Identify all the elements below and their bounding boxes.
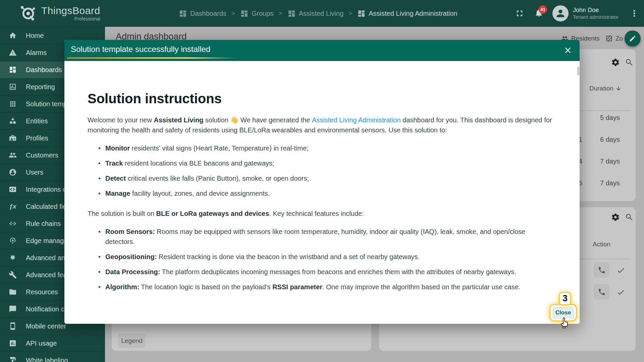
duration-cell: 5 days — [600, 107, 620, 129]
sidebar-item-label: Users — [26, 169, 43, 176]
phone-icon — [598, 288, 606, 296]
call-action-button[interactable] — [594, 284, 609, 300]
home-icon — [9, 32, 17, 40]
close-icon — [563, 46, 573, 55]
dialog-title-underline — [67, 57, 236, 59]
dashboard-icon — [287, 9, 296, 18]
sidebar-item-api-usage[interactable]: API usage — [0, 335, 105, 352]
instruction-item: Room Sensors: Rooms may be equipped with… — [101, 227, 556, 247]
sidebar-item-label: Mobile center — [26, 322, 66, 330]
dashboard-icon — [179, 9, 187, 18]
calculated-fields-icon: ƒx — [9, 202, 17, 210]
user-name: John Doe — [573, 6, 619, 14]
dashboard-link[interactable]: Assisted Living Administration — [312, 116, 401, 124]
zones-icon — [605, 35, 613, 42]
duration-cell: 6 days — [600, 129, 620, 150]
alarms-icon — [9, 49, 17, 57]
gear-icon[interactable] — [611, 213, 620, 222]
sidebar-item-label: Customers — [26, 152, 58, 159]
dialog-header: Solution template successfully installed — [64, 40, 580, 61]
topbar-actions: 41 John Doe Tenant administrator — [515, 0, 639, 27]
sidebar-item-label: Alarms — [26, 49, 47, 57]
dialog-title: Solution template successfully installed — [71, 45, 210, 54]
legend-button[interactable]: Legend — [118, 334, 146, 348]
solution-installed-dialog: Solution template successfully installed… — [64, 40, 580, 324]
breadcrumb-separator: > — [279, 10, 282, 17]
fullscreen-icon[interactable] — [515, 9, 524, 18]
instruction-item: Track resident locations via BLE beacons… — [101, 158, 556, 168]
breadcrumb: Dashboards>Groups>Assisted Living>Assist… — [179, 0, 458, 27]
breadcrumb-item-assisted-living-administration[interactable]: Assisted Living Administration — [357, 9, 458, 18]
avatar[interactable] — [552, 5, 569, 21]
sidebar-item-label: Rule chains — [26, 220, 61, 228]
check-icon[interactable] — [616, 266, 625, 275]
brand-name: ThingsBoard — [41, 5, 100, 16]
usage-list: Monitor residents' vital signs (Heart Ra… — [88, 143, 556, 198]
sidebar-item-label: Entities — [26, 117, 48, 125]
notifications-badge: 41 — [539, 5, 547, 14]
instruction-item: Detect critical events like falls (Panic… — [101, 173, 556, 183]
dashboard-icon — [240, 9, 249, 18]
top-bar: ThingsBoard Professional Dashboards>Grou… — [0, 0, 644, 27]
search-icon[interactable] — [625, 213, 634, 222]
dialog-scrollbar[interactable] — [577, 67, 579, 75]
thingsboard-logo[interactable]: ThingsBoard Professional — [19, 4, 100, 22]
reporting-icon — [9, 83, 17, 91]
breadcrumb-label: Assisted Living — [299, 10, 343, 17]
sidebar-item-label: Profiles — [26, 134, 48, 142]
sidebar-item-white-labeling[interactable]: White labeling — [0, 352, 105, 362]
integrations-icon — [9, 185, 17, 193]
notifications-button[interactable]: 41 — [534, 8, 544, 18]
sidebar-item-label: Resources — [26, 288, 58, 296]
brand-edition: Professional — [74, 16, 100, 21]
tour-step-badge: 3 — [559, 292, 571, 305]
tab-label: Zo — [615, 35, 623, 42]
breadcrumb-item-assisted-living[interactable]: Assisted Living — [287, 9, 343, 18]
check-icon[interactable] — [616, 288, 625, 297]
intro-paragraph: Welcome to your new Assisted Living solu… — [88, 115, 556, 135]
edit-dashboard-fab[interactable] — [625, 31, 641, 47]
entities-icon — [9, 117, 17, 125]
breadcrumb-label: Groups — [252, 10, 274, 17]
users-icon — [9, 168, 17, 176]
dialog-body: Solution instructions Welcome to your ne… — [64, 61, 577, 302]
duration-cell: 7 days — [600, 150, 620, 172]
sidebar-item-label: Home — [26, 32, 44, 40]
advanced-features-icon — [9, 271, 17, 279]
sidebar-item-label: White labeling — [26, 357, 68, 362]
tech-paragraph: The solution is built on BLE or LoRa gat… — [88, 208, 556, 219]
edit-icon — [629, 35, 636, 42]
rule-chains-icon — [9, 220, 17, 228]
person-icon — [555, 8, 566, 19]
notification-center-icon — [9, 305, 17, 313]
advanced-analytics-icon — [9, 254, 17, 262]
dashboard-icon — [9, 66, 17, 74]
user-info[interactable]: John Doe Tenant administrator — [573, 6, 619, 20]
breadcrumb-item-groups[interactable]: Groups — [240, 9, 274, 18]
sidebar-item-label: Reporting — [26, 83, 55, 91]
duration-cell: 7 days — [600, 172, 620, 194]
breadcrumb-label: Dashboards — [190, 10, 226, 17]
api-usage-icon — [9, 339, 17, 347]
instruction-item: Data Processing: The platform deduplicat… — [101, 267, 556, 277]
sidebar-item-label: API usage — [26, 340, 57, 347]
kebab-menu-icon[interactable] — [630, 8, 639, 18]
dialog-close-button[interactable] — [563, 46, 573, 56]
mobile-center-icon — [9, 322, 17, 330]
dashboard-icon — [357, 9, 366, 18]
edge-management-icon — [9, 237, 17, 245]
search-icon[interactable] — [625, 58, 634, 67]
breadcrumb-label: Assisted Living Administration — [369, 10, 458, 17]
phone-icon — [598, 266, 606, 274]
call-action-button[interactable] — [594, 262, 609, 278]
profiles-icon — [9, 134, 17, 142]
thingsboard-logo-icon — [19, 4, 37, 22]
gear-icon[interactable] — [611, 58, 620, 67]
customers-icon — [9, 151, 17, 159]
white-labeling-icon — [9, 356, 17, 362]
instruction-item: Monitor residents' vital signs (Heart Ra… — [101, 143, 556, 153]
tab-zones[interactable]: Zo — [605, 35, 623, 42]
column-header-duration[interactable]: Duration — [589, 85, 622, 92]
cursor-icon — [559, 315, 571, 330]
breadcrumb-item-dashboards[interactable]: Dashboards — [179, 9, 226, 18]
